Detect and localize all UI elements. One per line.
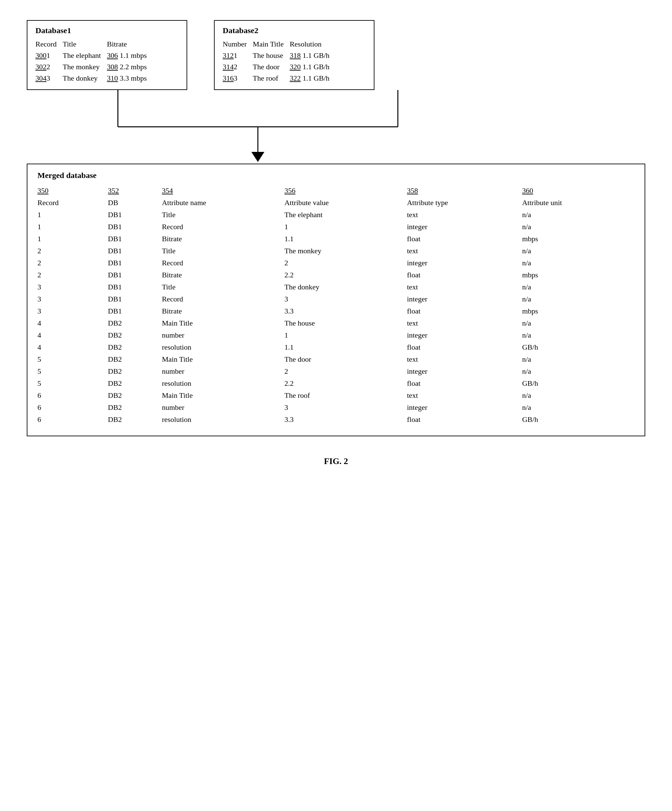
merged-row-16: 6 DB2 number 3 integer n/a <box>37 402 635 414</box>
merged-row-6: 3 DB1 Title The donkey text n/a <box>37 281 635 293</box>
merged-row-15: 6 DB2 Main Title The roof text n/a <box>37 389 635 402</box>
db2-number-ref: 3163 <box>223 73 253 84</box>
merged-cell-record: 1 <box>37 221 108 233</box>
merged-cell-attrtype: float <box>407 305 522 317</box>
merged-cell-attrunit: n/a <box>522 257 635 269</box>
merged-row-11: 4 DB2 resolution 1.1 float GB/h <box>37 341 635 353</box>
merged-cell-attrunit: n/a <box>522 293 635 305</box>
merged-cell-attrunit: n/a <box>522 329 635 341</box>
merged-cell-attrtype: text <box>407 281 522 293</box>
merged-cell-record: 4 <box>37 317 108 329</box>
merged-cell-attrunit: n/a <box>522 221 635 233</box>
merged-row-2: 1 DB1 Bitrate 1.1 float mbps <box>37 233 635 245</box>
merged-cell-db: DB2 <box>108 341 162 353</box>
merged-cell-attrname: resolution <box>162 414 284 426</box>
db1-row-0: 3001 The elephant 306 1.1 mbps <box>36 50 153 61</box>
merged-cell-db: DB1 <box>108 257 162 269</box>
db1-record-ref: 3043 <box>36 73 63 84</box>
db2-title: The house <box>253 50 289 61</box>
merged-cell-attrname: number <box>162 402 284 414</box>
merged-cell-db: DB1 <box>108 293 162 305</box>
merged-cell-attrtype: integer <box>407 293 522 305</box>
merged-row-9: 4 DB2 Main Title The house text n/a <box>37 317 635 329</box>
merged-cell-record: 3 <box>37 293 108 305</box>
merged-col-record-header: Record <box>37 197 108 209</box>
db2-row-2: 3163 The roof 322 1.1 GB/h <box>223 73 336 84</box>
merged-cell-record: 6 <box>37 402 108 414</box>
merged-row-5: 2 DB1 Bitrate 2.2 float mbps <box>37 269 635 281</box>
merged-cell-attrname: Title <box>162 281 284 293</box>
merged-headers-row: Record DB Attribute name Attribute value… <box>37 197 635 209</box>
merged-cell-record: 5 <box>37 353 108 365</box>
merged-cell-attrname: Record <box>162 221 284 233</box>
merged-cell-attrtype: integer <box>407 329 522 341</box>
merged-cell-attrvalue: The elephant <box>284 209 407 221</box>
merged-cell-attrvalue: 1.1 <box>284 341 407 353</box>
merged-col-db-header: DB <box>108 197 162 209</box>
merged-ref-356: 356 <box>284 185 407 197</box>
db2-col-maintitle-header: Main Title <box>253 39 289 50</box>
merged-cell-attrname: Main Title <box>162 353 284 365</box>
merged-cell-record: 1 <box>37 233 108 245</box>
db1-title: The elephant <box>63 50 107 61</box>
merged-cell-attrname: Title <box>162 209 284 221</box>
merged-row-13: 5 DB2 number 2 integer n/a <box>37 365 635 377</box>
db2-title: The roof <box>253 73 289 84</box>
arrow-section <box>27 90 645 164</box>
merged-cell-attrunit: n/a <box>522 365 635 377</box>
merged-cell-attrtype: float <box>407 233 522 245</box>
merged-cell-attrvalue: The donkey <box>284 281 407 293</box>
merged-row-4: 2 DB1 Record 2 integer n/a <box>37 257 635 269</box>
merged-col-attrname-header: Attribute name <box>162 197 284 209</box>
merged-cell-attrtype: integer <box>407 221 522 233</box>
database1-table: Record Title Bitrate 3001 The elephant 3… <box>36 39 153 84</box>
merged-cell-attrvalue: The roof <box>284 389 407 402</box>
merged-cell-attrunit: n/a <box>522 209 635 221</box>
merged-cell-attrunit: GB/h <box>522 377 635 389</box>
db2-number-ref: 3142 <box>223 61 253 73</box>
merged-cell-attrvalue: 1 <box>284 329 407 341</box>
merged-row-17: 6 DB2 resolution 3.3 float GB/h <box>37 414 635 426</box>
merged-cell-record: 2 <box>37 245 108 257</box>
db1-row-2: 3043 The donkey 310 3.3 mbps <box>36 73 153 84</box>
merged-cell-attrvalue: 3.3 <box>284 414 407 426</box>
merged-cell-db: DB1 <box>108 245 162 257</box>
merged-cell-attrunit: GB/h <box>522 341 635 353</box>
merged-table: 350 352 354 356 358 360 Record DB Attrib… <box>37 185 635 426</box>
merged-cell-attrunit: n/a <box>522 389 635 402</box>
db2-title: The door <box>253 61 289 73</box>
db1-title: The donkey <box>63 73 107 84</box>
merged-cell-attrvalue: 1.1 <box>284 233 407 245</box>
merged-cell-attrunit: mbps <box>522 305 635 317</box>
merged-cell-attrname: number <box>162 329 284 341</box>
merged-col-attrunit-header: Attribute unit <box>522 197 635 209</box>
merged-row-10: 4 DB2 number 1 integer n/a <box>37 329 635 341</box>
db2-resolution: 320 1.1 GB/h <box>289 61 335 73</box>
merged-title: Merged database <box>37 171 635 180</box>
merged-col-attrvalue-header: Attribute value <box>284 197 407 209</box>
merged-cell-attrvalue: 3 <box>284 402 407 414</box>
merged-cell-attrtype: float <box>407 414 522 426</box>
merged-cell-db: DB2 <box>108 389 162 402</box>
merged-cell-attrunit: mbps <box>522 269 635 281</box>
merged-ref-358: 358 <box>407 185 522 197</box>
merged-cell-attrname: Main Title <box>162 389 284 402</box>
merged-row-1: 1 DB1 Record 1 integer n/a <box>37 221 635 233</box>
database1-title: Database1 <box>36 26 179 35</box>
merged-cell-db: DB1 <box>108 269 162 281</box>
db2-col-number-header: Number <box>223 39 253 50</box>
db1-row-1: 3022 The monkey 308 2.2 mbps <box>36 61 153 73</box>
merged-cell-db: DB1 <box>108 209 162 221</box>
merged-cell-attrname: Record <box>162 257 284 269</box>
merged-cell-attrtype: text <box>407 317 522 329</box>
db1-record-ref: 3001 <box>36 50 63 61</box>
merged-cell-attrunit: n/a <box>522 402 635 414</box>
merged-cell-db: DB2 <box>108 377 162 389</box>
merged-cell-db: DB2 <box>108 353 162 365</box>
db1-title: The monkey <box>63 61 107 73</box>
merged-cell-db: DB1 <box>108 281 162 293</box>
merged-cell-db: DB2 <box>108 317 162 329</box>
db1-bitrate: 306 1.1 mbps <box>107 50 153 61</box>
merged-cell-record: 6 <box>37 414 108 426</box>
merged-cell-attrtype: text <box>407 353 522 365</box>
